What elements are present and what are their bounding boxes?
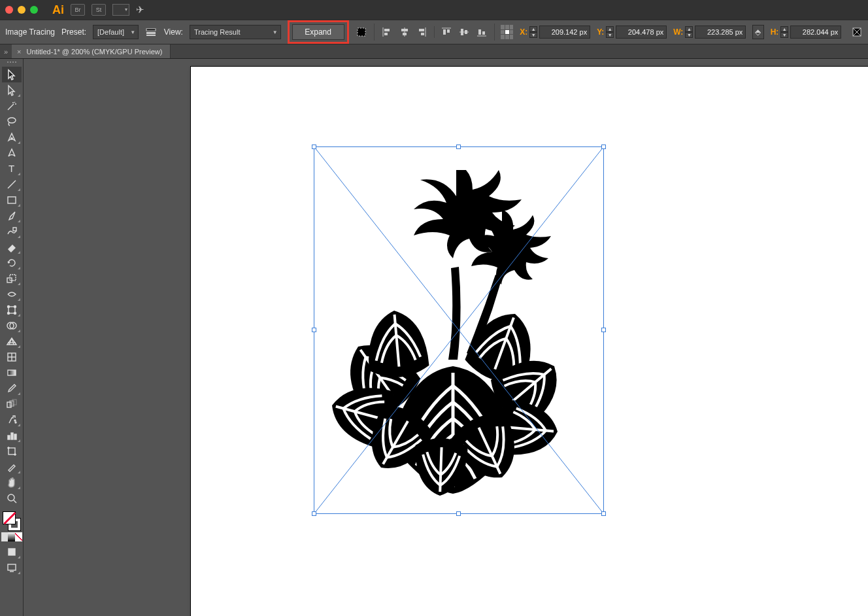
align-vcenter-icon[interactable]	[459, 26, 470, 39]
perspective-grid-tool[interactable]	[2, 334, 22, 349]
h-field: H: ▲▼ 282.044 px	[771, 26, 842, 39]
direct-selection-tool[interactable]	[2, 82, 22, 98]
bridge-button[interactable]: Br	[71, 4, 85, 16]
shape-builder-tool[interactable]	[2, 318, 22, 334]
scale-tool[interactable]	[2, 271, 22, 286]
annotation-highlight: Expand	[288, 20, 349, 44]
magic-wand-tool[interactable]	[2, 98, 22, 114]
x-input[interactable]: 209.142 px	[539, 26, 590, 39]
artboard-tool[interactable]	[2, 443, 22, 459]
w-label: W:	[673, 27, 683, 37]
stock-button[interactable]: St	[92, 4, 106, 16]
eraser-tool[interactable]	[2, 239, 22, 255]
constrain-proportions-icon[interactable]: ⬘	[752, 25, 763, 39]
line-tool[interactable]	[2, 177, 22, 192]
svg-rect-62	[8, 549, 15, 555]
paintbrush-tool[interactable]	[2, 208, 22, 224]
isolate-button[interactable]	[356, 25, 368, 39]
blend-tool[interactable]	[2, 396, 22, 412]
y-input[interactable]: 204.478 px	[616, 26, 667, 39]
expand-button[interactable]: Expand	[292, 24, 344, 40]
free-transform-tool[interactable]	[2, 302, 22, 318]
view-dropdown[interactable]: Tracing Result	[190, 25, 281, 39]
control-mode-label: Image Tracing	[5, 27, 55, 37]
window-minimize-icon[interactable]	[18, 6, 25, 14]
align-hcenter-icon[interactable]	[399, 26, 410, 39]
reference-point-selector[interactable]	[501, 25, 513, 39]
handle-br[interactable]	[601, 511, 606, 516]
color-mode-row[interactable]	[1, 532, 22, 541]
handle-tr[interactable]	[601, 145, 606, 149]
zoom-tool[interactable]	[2, 490, 22, 506]
handle-tc[interactable]	[456, 145, 461, 149]
window-traffic-lights	[5, 6, 38, 14]
h-stepper[interactable]: ▲▼	[780, 26, 788, 38]
tab-title: Untitled-1* @ 200% (CMYK/GPU Preview)	[26, 48, 162, 56]
svg-rect-1	[146, 32, 156, 34]
document-tab[interactable]: × Untitled-1* @ 200% (CMYK/GPU Preview)	[12, 44, 171, 58]
w-field: W: ▲▼ 223.285 px	[673, 26, 746, 39]
w-stepper[interactable]: ▲▼	[685, 26, 693, 38]
rectangle-tool[interactable]	[2, 192, 22, 208]
document-tabstrip: » × Untitled-1* @ 200% (CMYK/GPU Preview…	[0, 44, 868, 59]
pen-tool[interactable]	[2, 129, 22, 145]
rotate-tool[interactable]	[2, 255, 22, 271]
svg-rect-48	[10, 401, 14, 406]
svg-rect-9	[403, 33, 407, 35]
slice-tool[interactable]	[2, 459, 22, 475]
svg-line-28	[8, 180, 16, 188]
fill-swatch[interactable]	[3, 511, 16, 524]
handle-ml[interactable]	[312, 328, 316, 332]
svg-rect-12	[421, 33, 424, 35]
y-label: Y:	[597, 27, 604, 37]
window-zoom-icon[interactable]	[30, 6, 38, 14]
selection-bounding-box[interactable]	[314, 146, 604, 514]
tracing-options-button[interactable]	[145, 25, 158, 39]
svg-rect-14	[443, 29, 446, 35]
panel-grip-icon[interactable]	[3, 61, 20, 65]
lasso-tool[interactable]	[2, 114, 22, 129]
y-stepper[interactable]: ▲▼	[606, 26, 614, 38]
column-graph-tool[interactable]	[2, 428, 22, 443]
handle-tl[interactable]	[312, 145, 316, 149]
svg-rect-15	[447, 29, 450, 33]
mesh-tool[interactable]	[2, 349, 22, 365]
type-tool[interactable]: T	[2, 161, 22, 177]
svg-point-35	[14, 306, 16, 308]
svg-text:T: T	[8, 163, 14, 174]
svg-rect-3	[358, 28, 365, 36]
view-label: View:	[164, 27, 183, 37]
handle-mr[interactable]	[601, 328, 606, 332]
tab-close-icon[interactable]: ×	[17, 48, 21, 56]
preset-dropdown[interactable]: [Default]	[93, 25, 139, 39]
w-input[interactable]: 223.285 px	[695, 26, 746, 39]
align-bottom-icon[interactable]	[476, 26, 488, 39]
align-top-icon[interactable]	[441, 26, 452, 39]
screen-mode-button[interactable]	[2, 560, 22, 575]
align-right-icon[interactable]	[416, 26, 427, 39]
handle-bc[interactable]	[456, 511, 461, 516]
window-close-icon[interactable]	[5, 6, 13, 14]
canvas-area[interactable]	[24, 59, 868, 616]
h-input[interactable]: 282.044 px	[790, 26, 841, 39]
sync-settings-icon[interactable]: ✈	[136, 4, 144, 16]
draw-mode-normal[interactable]	[2, 544, 22, 560]
shaper-tool[interactable]	[2, 224, 22, 239]
align-left-icon[interactable]	[381, 26, 392, 39]
svg-point-36	[7, 313, 9, 315]
gradient-tool[interactable]	[2, 365, 22, 381]
x-stepper[interactable]: ▲▼	[529, 26, 537, 38]
transform-panel-icon[interactable]	[850, 25, 863, 39]
fill-stroke-swatch[interactable]	[1, 510, 22, 532]
handle-bl[interactable]	[312, 511, 316, 516]
width-tool[interactable]	[2, 286, 22, 302]
tools-panel: T	[0, 59, 24, 616]
hand-tool[interactable]	[2, 475, 22, 490]
svg-rect-30	[13, 228, 16, 231]
eyedropper-tool[interactable]	[2, 381, 22, 396]
curvature-tool[interactable]	[2, 145, 22, 161]
selection-tool[interactable]	[2, 67, 22, 82]
arrange-documents-button[interactable]	[112, 4, 129, 16]
tabstrip-chevron-icon[interactable]: »	[0, 44, 12, 58]
symbol-sprayer-tool[interactable]	[2, 412, 22, 428]
